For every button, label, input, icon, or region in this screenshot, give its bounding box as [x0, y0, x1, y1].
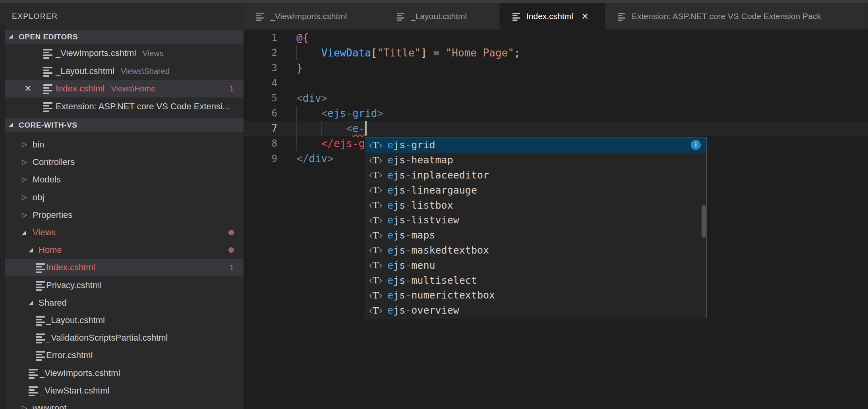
tree-item-validationscriptspartial-cshtml[interactable]: _ValidationScriptsPartial.cshtml: [5, 329, 244, 347]
suggestion-char: a: [435, 184, 441, 196]
folder-label: bin: [33, 136, 44, 153]
tree-item-privacy-cshtml[interactable]: Privacy.cshtml: [5, 277, 244, 294]
tree-item-shared[interactable]: Shared: [5, 294, 244, 312]
suggestion-char: j: [393, 214, 399, 226]
tree-item-layout-cshtml[interactable]: _Layout.cshtml: [5, 312, 244, 329]
open-editor-item-viewimports-cshtml[interactable]: _ViewImports.cshtmlViews: [5, 45, 244, 62]
icon-bracket: ‹: [369, 305, 372, 316]
suggestion-char: t: [471, 275, 477, 286]
file-icon: [43, 102, 52, 112]
open-editor-item-index-cshtml[interactable]: ✕Index.cshtmlViews\Home1: [5, 80, 244, 97]
suggestion-ejs-overview[interactable]: ‹T›ejs-overview: [365, 303, 706, 318]
suggestion-char: d: [429, 139, 435, 151]
suggestion-char: j: [393, 289, 399, 301]
tree-item-viewstart-cshtml[interactable]: _ViewStart.cshtml: [5, 382, 244, 399]
tree-item-views[interactable]: Views: [5, 224, 244, 241]
explorer-sidebar: EXPLORER OPEN EDITORS _ViewImports.cshtm…: [0, 3, 244, 409]
open-editors-section-header[interactable]: OPEN EDITORS: [5, 30, 244, 44]
code-token: [296, 47, 321, 59]
suggestion-char: x: [489, 289, 495, 301]
code-line-6[interactable]: 6 <ejs-grid>: [244, 106, 868, 121]
suggestion-char: e: [447, 275, 453, 286]
tab-extension-asp-net-core-vs-code-extension-pack[interactable]: Extension: ASP.NET core VS Code Extensio…: [605, 3, 868, 29]
suggestion-char: b: [477, 289, 483, 301]
suggest-scrollbar[interactable]: [702, 205, 706, 238]
suggestion-char: l: [411, 200, 417, 211]
open-editor-item-layout-cshtml[interactable]: _Layout.cshtmlViews\Shared: [5, 62, 244, 80]
suggestion-char: x: [483, 244, 489, 256]
suggestion-char: -: [405, 184, 411, 196]
suggestion-char: t: [429, 275, 435, 286]
suggestion-char: j: [393, 184, 399, 196]
suggestion-ejs-listview[interactable]: ‹T›ejs-listview: [365, 213, 706, 228]
tab-viewimports-cshtml[interactable]: _ViewImports.cshtml: [244, 3, 384, 29]
tree-item-home[interactable]: Home: [5, 241, 244, 259]
file-icon: [256, 12, 264, 21]
tree-item-index-cshtml[interactable]: Index.cshtml1: [5, 259, 244, 276]
tree-item-error-cshtml[interactable]: Error.cshtml: [5, 347, 244, 364]
suggestion-ejs-grid[interactable]: ‹T›ejs-gridi: [365, 138, 706, 153]
icon-bracket: ‹: [369, 155, 372, 166]
icon-bracket: ›: [379, 215, 382, 226]
open-editor-file-label: Extension: ASP.NET core VS Code Extensi.…: [56, 98, 230, 115]
tree-item-models[interactable]: ▷Models: [5, 171, 244, 188]
suggestion-char: r: [435, 289, 441, 301]
tab-label: _Layout.cshtml: [411, 12, 467, 21]
suggestion-char: m: [411, 244, 417, 256]
suggestion-char: t: [447, 244, 453, 256]
code-line-7[interactable]: 7 <e-: [244, 121, 868, 136]
suggestion-ejs-menu[interactable]: ‹T›ejs-menu: [365, 258, 706, 273]
tree-item-properties[interactable]: ▷Properties: [5, 206, 244, 224]
code-token: >: [377, 107, 384, 119]
suggestion-char: e: [429, 289, 435, 301]
code-text: @{: [296, 30, 309, 45]
sidebar-left-strip: [0, 24, 5, 409]
suggestion-char: j: [393, 260, 399, 271]
read-more-info-icon[interactable]: i: [691, 140, 701, 150]
open-editor-item-extension-asp-net-core-vs-code-extensi[interactable]: Extension: ASP.NET core VS Code Extensi.…: [5, 98, 244, 115]
suggestion-ejs-lineargauge[interactable]: ‹T›ejs-lineargauge: [365, 182, 706, 198]
suggestion-ejs-maps[interactable]: ‹T›ejs-maps: [365, 228, 706, 243]
code-line-5[interactable]: 5<div>: [244, 91, 868, 106]
file-icon: [512, 12, 520, 21]
suggestion-char: m: [411, 260, 417, 271]
suggestion-ejs-multiselect[interactable]: ‹T›ejs-multiselect: [365, 273, 706, 288]
suggestion-ejs-numerictextbox[interactable]: ‹T›ejs-numerictextbox: [365, 288, 706, 303]
suggestion-ejs-inplaceeditor[interactable]: ‹T›ejs-inplaceeditor: [365, 168, 706, 183]
suggestion-ejs-listbox[interactable]: ‹T›ejs-listbox: [365, 198, 706, 213]
suggestion-char: t: [429, 214, 435, 226]
tab-layout-cshtml[interactable]: _Layout.cshtml: [384, 3, 500, 29]
suggestion-char: g: [465, 184, 471, 196]
project-section-header[interactable]: CORE-WITH-VS: [5, 118, 244, 132]
tab-index-cshtml[interactable]: Index.cshtml✕: [500, 3, 605, 29]
close-file-icon[interactable]: ✕: [24, 80, 31, 97]
folder-collapsed-twistie-icon: ▷: [22, 171, 27, 188]
suggestion-char: e: [447, 304, 453, 316]
tab-close-icon[interactable]: ✕: [581, 11, 589, 22]
tree-item-bin[interactable]: ▷bin: [5, 136, 244, 153]
suggestion-char: -: [405, 154, 411, 166]
code-token: </ejs-g: [321, 138, 365, 149]
suggestion-label: ejs-heatmap: [387, 153, 453, 167]
tree-item-controllers[interactable]: ▷Controllers: [5, 153, 244, 171]
suggestion-char: -: [405, 289, 411, 301]
suggestion-char: c: [465, 275, 471, 286]
file-label: Error.cshtml: [46, 347, 93, 364]
tree-item-viewimports-cshtml[interactable]: _ViewImports.cshtml: [5, 364, 244, 382]
open-editor-file-path: Views: [143, 49, 164, 58]
code-line-2[interactable]: 2 ViewData["Title"] = "Home Page";: [244, 45, 868, 60]
code-line-1[interactable]: 1@{: [244, 30, 868, 45]
suggestion-char: i: [441, 214, 447, 226]
code-editor[interactable]: 1@{2 ViewData["Title"] = "Home Page";3}4…: [244, 29, 868, 409]
code-line-4[interactable]: 4: [244, 76, 868, 91]
tree-item-obj[interactable]: ▷obj: [5, 189, 244, 206]
suggestion-char: j: [393, 304, 399, 316]
suggestion-ejs-heatmap[interactable]: ‹T›ejs-heatmap: [365, 153, 706, 168]
suggestion-char: r: [417, 139, 423, 151]
suggestion-char: s: [399, 260, 405, 271]
line-number: 2: [244, 45, 277, 60]
code-line-3[interactable]: 3}: [244, 60, 868, 76]
suggestion-char: r: [429, 304, 435, 316]
suggestion-ejs-maskedtextbox[interactable]: ‹T›ejs-maskedtextbox: [365, 243, 706, 258]
tree-item-wwwroot[interactable]: ▷wwwroot: [5, 399, 244, 409]
